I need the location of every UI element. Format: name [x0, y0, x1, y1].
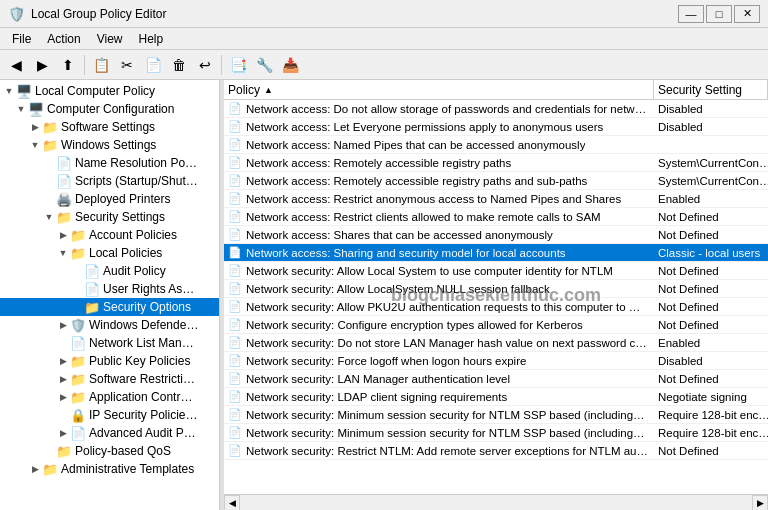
minimize-button[interactable]: — [678, 5, 704, 23]
tree-item-windows-settings[interactable]: ▼📁Windows Settings [0, 136, 219, 154]
help-button[interactable]: 🔧 [252, 53, 276, 77]
undo-button[interactable]: ↩ [193, 53, 217, 77]
setting-text-13: Enabled [658, 337, 700, 349]
table-row[interactable]: 📄Network access: Restrict clients allowe… [224, 208, 768, 226]
expand-computer-config[interactable]: ▼ [14, 102, 28, 116]
tree-item-software-settings[interactable]: ▶📁Software Settings [0, 118, 219, 136]
menu-file[interactable]: File [4, 30, 39, 48]
tree-item-policy-qos[interactable]: 📁Policy-based QoS [0, 442, 219, 460]
table-row[interactable]: 📄Network security: Allow Local System to… [224, 262, 768, 280]
tree-root[interactable]: ▼ 🖥️ Local Computer Policy [0, 82, 219, 100]
expand-software-settings[interactable]: ▶ [28, 120, 42, 134]
row-icon-2: 📄 [228, 138, 242, 151]
table-row[interactable]: 📄Network access: Sharing and security mo… [224, 244, 768, 262]
expand-windows-settings[interactable]: ▼ [28, 138, 42, 152]
tree-item-application-control[interactable]: ▶📁Application Control Po… [0, 388, 219, 406]
tree-item-name-resolution[interactable]: 📄Name Resolution Policy [0, 154, 219, 172]
column-policy[interactable]: Policy ▲ [224, 80, 654, 99]
up-button[interactable]: ⬆ [56, 53, 80, 77]
icon-software-restriction: 📁 [70, 372, 86, 387]
table-row[interactable]: 📄Network access: Shares that can be acce… [224, 226, 768, 244]
tree-item-user-rights[interactable]: 📄User Rights Assign… [0, 280, 219, 298]
menu-help[interactable]: Help [131, 30, 172, 48]
tree-item-scripts[interactable]: 📄Scripts (Startup/Shutdown) [0, 172, 219, 190]
table-row[interactable]: 📄Network security: Allow PKU2U authentic… [224, 298, 768, 316]
table-row[interactable]: 📄Network security: Do not store LAN Mana… [224, 334, 768, 352]
toolbar: ◀ ▶ ⬆ 📋 ✂ 📄 🗑 ↩ 📑 🔧 📥 [0, 50, 768, 80]
table-row[interactable]: 📄Network security: Minimum session secur… [224, 406, 768, 424]
menu-view[interactable]: View [89, 30, 131, 48]
show-hide-button[interactable]: 📋 [89, 53, 113, 77]
tree-item-admin-templates[interactable]: ▶📁Administrative Templates [0, 460, 219, 478]
tree-item-windows-defender[interactable]: ▶🛡️Windows Defender Fi… [0, 316, 219, 334]
label-windows-defender: Windows Defender Fi… [89, 318, 199, 332]
table-row[interactable]: 📄Network security: Restrict NTLM: Add re… [224, 442, 768, 460]
policy-text-2: Network access: Named Pipes that can be … [246, 139, 585, 151]
tree-item-ip-security[interactable]: 🔒IP Security Policies on… [0, 406, 219, 424]
properties-button[interactable]: 📑 [226, 53, 250, 77]
icon-scripts: 📄 [56, 174, 72, 189]
tree-item-deployed-printers[interactable]: 🖨️Deployed Printers [0, 190, 219, 208]
tree-item-audit-policy[interactable]: 📄Audit Policy [0, 262, 219, 280]
tree-item-public-key[interactable]: ▶📁Public Key Policies [0, 352, 219, 370]
scroll-left-button[interactable]: ◀ [224, 495, 240, 511]
tree-item-network-list[interactable]: 📄Network List Manager… [0, 334, 219, 352]
back-button[interactable]: ◀ [4, 53, 28, 77]
label-software-settings: Software Settings [61, 120, 155, 134]
scroll-track[interactable] [240, 495, 752, 511]
row-icon-9: 📄 [228, 264, 242, 277]
expand-root[interactable]: ▼ [2, 84, 16, 98]
tree-item-local-policies[interactable]: ▼📁Local Policies [0, 244, 219, 262]
close-button[interactable]: ✕ [734, 5, 760, 23]
table-row[interactable]: 📄Network security: Configure encryption … [224, 316, 768, 334]
expand-security-settings[interactable]: ▼ [42, 210, 56, 224]
icon-local-policies: 📁 [70, 246, 86, 261]
table-row[interactable]: 📄Network access: Let Everyone permission… [224, 118, 768, 136]
title-bar: 🛡️ Local Group Policy Editor — □ ✕ [0, 0, 768, 28]
setting-text-11: Not Defined [658, 301, 719, 313]
table-row[interactable]: 📄Network access: Remotely accessible reg… [224, 154, 768, 172]
tree-item-security-settings[interactable]: ▼📁Security Settings [0, 208, 219, 226]
left-panel: ▼ 🖥️ Local Computer Policy ▼🖥️Computer C… [0, 80, 220, 510]
menu-action[interactable]: Action [39, 30, 88, 48]
column-setting[interactable]: Security Setting [654, 80, 768, 99]
copy-button[interactable]: 📄 [141, 53, 165, 77]
table-row[interactable]: 📄Network access: Do not allow storage of… [224, 100, 768, 118]
table-row[interactable]: 📄Network access: Named Pipes that can be… [224, 136, 768, 154]
delete-button[interactable]: 🗑 [167, 53, 191, 77]
policy-text-5: Network access: Restrict anonymous acces… [246, 193, 621, 205]
expand-account-policies[interactable]: ▶ [56, 228, 70, 242]
scroll-right-button[interactable]: ▶ [752, 495, 768, 511]
tree-item-computer-config[interactable]: ▼🖥️Computer Configuration [0, 100, 219, 118]
maximize-button[interactable]: □ [706, 5, 732, 23]
tree-item-software-restriction[interactable]: ▶📁Software Restriction Po… [0, 370, 219, 388]
expand-public-key[interactable]: ▶ [56, 354, 70, 368]
label-application-control: Application Control Po… [89, 390, 199, 404]
table-row[interactable]: 📄Network security: LAN Manager authentic… [224, 370, 768, 388]
table-row[interactable]: 📄Network access: Restrict anonymous acce… [224, 190, 768, 208]
table-row[interactable]: 📄Network security: Minimum session secur… [224, 424, 768, 442]
tree-item-account-policies[interactable]: ▶📁Account Policies [0, 226, 219, 244]
expand-advanced-audit[interactable]: ▶ [56, 426, 70, 440]
row-icon-1: 📄 [228, 120, 242, 133]
expand-software-restriction[interactable]: ▶ [56, 372, 70, 386]
export-button[interactable]: 📥 [278, 53, 302, 77]
expand-local-policies[interactable]: ▼ [56, 246, 70, 260]
table-row[interactable]: 📄Network access: Remotely accessible reg… [224, 172, 768, 190]
tree-item-advanced-audit[interactable]: ▶📄Advanced Audit Policy… [0, 424, 219, 442]
policy-text-14: Network security: Force logoff when logo… [246, 355, 526, 367]
table-row[interactable]: 📄Network security: LDAP client signing r… [224, 388, 768, 406]
table-row[interactable]: 📄Network security: Allow LocalSystem NUL… [224, 280, 768, 298]
tree-item-security-options[interactable]: 📁Security Options [0, 298, 219, 316]
policy-text-18: Network security: Minimum session securi… [246, 427, 645, 439]
expand-application-control[interactable]: ▶ [56, 390, 70, 404]
expand-windows-defender[interactable]: ▶ [56, 318, 70, 332]
forward-button[interactable]: ▶ [30, 53, 54, 77]
expand-admin-templates[interactable]: ▶ [28, 462, 42, 476]
cut-button[interactable]: ✂ [115, 53, 139, 77]
sort-icon: ▲ [264, 85, 273, 95]
icon-admin-templates: 📁 [42, 462, 58, 477]
table-row[interactable]: 📄Network security: Force logoff when log… [224, 352, 768, 370]
label-audit-policy: Audit Policy [103, 264, 166, 278]
icon-application-control: 📁 [70, 390, 86, 405]
